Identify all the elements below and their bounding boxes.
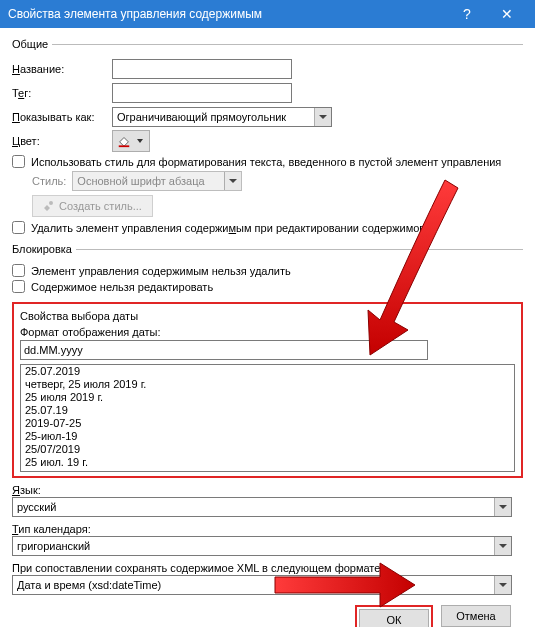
list-item[interactable]: 25-июл-19 — [21, 430, 514, 443]
ok-highlight: ОК — [355, 605, 433, 627]
svg-rect-0 — [119, 145, 130, 147]
chevron-down-icon — [494, 576, 511, 594]
calendar-type-label: Тип календаря: — [12, 523, 523, 535]
ok-button[interactable]: ОК — [359, 609, 429, 627]
language-label: Язык: — [12, 484, 523, 496]
no-delete-checkbox[interactable]: Элемент управления содержимым нельзя уда… — [12, 264, 523, 277]
list-item[interactable]: четверг, 25 июля 2019 г. — [21, 378, 514, 391]
calendar-type-combo[interactable]: григорианский — [12, 536, 512, 556]
new-style-button: Создать стиль... — [32, 195, 153, 217]
list-item[interactable]: 25/07/2019 — [21, 443, 514, 456]
name-input[interactable] — [112, 59, 292, 79]
dialog-title: Свойства элемента управления содержимым — [8, 7, 447, 21]
title-bar: Свойства элемента управления содержимым … — [0, 0, 535, 28]
group-general-label: Общие — [12, 38, 52, 50]
xml-map-label: При сопоставлении сохранять содержимое X… — [12, 562, 523, 574]
style-combo: Основной шрифт абзаца — [72, 171, 242, 191]
paint-bucket-icon — [117, 134, 131, 148]
xml-map-combo[interactable]: Дата и время (xsd:dateTime) — [12, 575, 512, 595]
date-format-label: Формат отображения даты: — [20, 326, 515, 338]
date-format-list[interactable]: 25.07.2019 четверг, 25 июля 2019 г. 25 и… — [20, 364, 515, 472]
list-item[interactable]: 25 июля 2019 г. — [21, 391, 514, 404]
tag-input[interactable] — [112, 83, 292, 103]
list-item[interactable]: 2019-07-25 — [21, 417, 514, 430]
no-edit-checkbox[interactable]: Содержимое нельзя редактировать — [12, 280, 523, 293]
chevron-down-icon — [494, 498, 511, 516]
group-locking: Блокировка Элемент управления содержимым… — [12, 243, 523, 296]
showas-label: Показывать как: — [12, 111, 112, 123]
close-button[interactable]: ✕ — [487, 0, 527, 28]
list-item[interactable]: 25.07.2019 — [21, 365, 514, 378]
help-button[interactable]: ? — [447, 0, 487, 28]
chevron-down-icon — [494, 537, 511, 555]
date-format-input[interactable] — [20, 340, 428, 360]
group-date-label: Свойства выбора даты — [16, 310, 142, 322]
style-icon — [43, 200, 55, 212]
language-combo[interactable]: русский — [12, 497, 512, 517]
name-label: Название: — [12, 63, 112, 75]
chevron-down-icon — [314, 108, 331, 126]
chevron-down-icon — [224, 172, 241, 190]
showas-combo[interactable]: Ограничивающий прямоугольник — [112, 107, 332, 127]
list-item[interactable]: 25 июл. 19 г. — [21, 456, 514, 469]
dialog-content: Общие Название: Тег: Показывать как: Огр… — [0, 28, 535, 627]
date-properties-highlight: Свойства выбора даты Формат отображения … — [12, 302, 523, 478]
tag-label: Тег: — [12, 87, 112, 99]
color-picker[interactable] — [112, 130, 150, 152]
use-style-checkbox[interactable]: Использовать стиль для форматирования те… — [12, 155, 523, 168]
cancel-button[interactable]: Отмена — [441, 605, 511, 627]
style-label: Стиль: — [32, 175, 66, 187]
group-locking-label: Блокировка — [12, 243, 76, 255]
list-item[interactable]: 25.07.19 — [21, 404, 514, 417]
dialog-footer: ОК Отмена — [12, 595, 523, 627]
chevron-down-icon — [137, 139, 143, 143]
group-general: Общие Название: Тег: Показывать как: Огр… — [12, 38, 523, 237]
color-label: Цвет: — [12, 135, 112, 147]
remove-on-edit-checkbox[interactable]: Удалить элемент управления содержимым пр… — [12, 221, 523, 234]
